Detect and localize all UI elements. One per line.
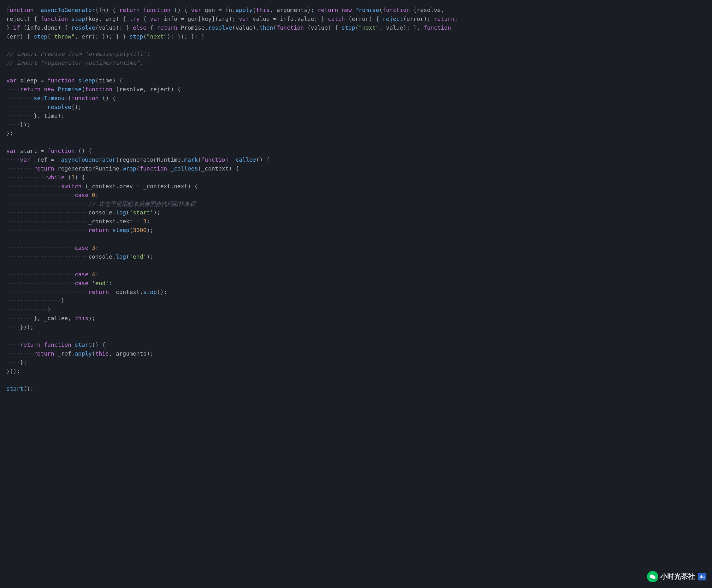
baidu-badge: du (698, 573, 706, 581)
brand-bar: 小时光茶社 du (647, 571, 706, 582)
wechat-icon (647, 571, 659, 582)
code-content: function _asyncToGenerator(fn) { return … (6, 6, 706, 393)
code-editor: function _asyncToGenerator(fn) { return … (6, 6, 706, 393)
wechat-account-name: 小时光茶社 (660, 571, 695, 582)
